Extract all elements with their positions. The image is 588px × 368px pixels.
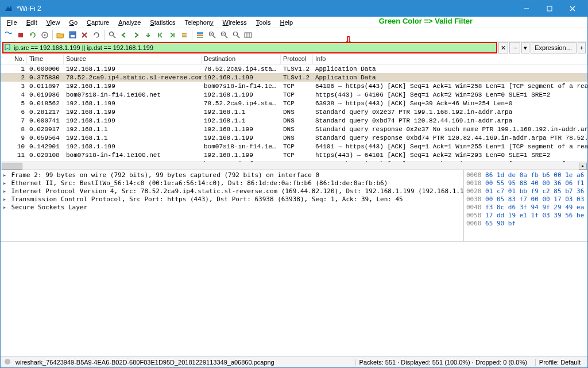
close-file-icon[interactable] bbox=[79, 29, 90, 41]
go-back-icon[interactable] bbox=[118, 29, 130, 41]
capture-options-icon[interactable] bbox=[39, 29, 51, 41]
open-file-icon[interactable] bbox=[55, 29, 66, 41]
window-title: *Wi-Fi 2 bbox=[17, 5, 515, 13]
col-time[interactable]: Time bbox=[27, 55, 64, 64]
filter-history-dropdown[interactable]: ▾ bbox=[521, 42, 529, 53]
profile-label[interactable]: Profile: Default bbox=[535, 359, 584, 366]
colorize-icon[interactable] bbox=[194, 29, 206, 41]
scrollbar-thumb[interactable] bbox=[2, 163, 22, 170]
packets-count-label: Packets: 551 · Displayed: 551 (100.0%) ·… bbox=[355, 359, 531, 366]
packet-details-pane[interactable]: ▸ Frame 2: 99 bytes on wire (792 bits), … bbox=[1, 170, 463, 241]
reload-icon[interactable] bbox=[91, 29, 102, 41]
expression-button[interactable]: Expression… bbox=[531, 42, 576, 53]
zoom-in-icon[interactable] bbox=[206, 29, 218, 41]
svg-rect-1 bbox=[547, 6, 552, 11]
jump-to-icon[interactable] bbox=[142, 29, 154, 41]
packet-list-body[interactable]: 10.000000192.168.1.19978.52.2ca9.ip4.sta… bbox=[1, 64, 587, 162]
filter-clear-button[interactable]: ✕ bbox=[498, 42, 508, 53]
col-protocol[interactable]: Protocol bbox=[281, 55, 313, 64]
svg-rect-27 bbox=[245, 33, 252, 37]
app-icon bbox=[4, 4, 13, 13]
menu-edit[interactable]: Edit bbox=[22, 18, 41, 26]
lower-panes: ▸ Frame 2: 99 bytes on wire (792 bits), … bbox=[1, 170, 587, 241]
hex-row[interactable]: 0020 01 c7 01 bb f9 c2 85 b7 36 bbox=[466, 187, 585, 195]
menu-telephony[interactable]: Telephony bbox=[180, 18, 217, 26]
hex-row[interactable]: 0060 65 90 bf bbox=[466, 220, 585, 228]
zoom-reset-icon[interactable] bbox=[230, 29, 242, 41]
ready-icon bbox=[4, 358, 11, 366]
packet-row[interactable]: 70.000741192.168.1.199192.168.1.1DNSStan… bbox=[1, 116, 587, 125]
hex-row[interactable]: 0050 17 dd 19 e1 1f 03 39 56 be bbox=[466, 212, 585, 220]
svg-rect-8 bbox=[71, 35, 75, 37]
menu-help[interactable]: Help bbox=[276, 18, 297, 26]
menu-go[interactable]: Go bbox=[65, 18, 82, 26]
col-info[interactable]: Info bbox=[313, 55, 587, 64]
packet-row[interactable]: 80.020917192.168.1.1192.168.1.199DNSStan… bbox=[1, 125, 587, 133]
display-filter-bar: ✕ → ▾ Expression… + bbox=[1, 42, 587, 55]
detail-row[interactable]: ▸ Frame 2: 99 bytes on wire (792 bits), … bbox=[2, 171, 462, 179]
svg-rect-4 bbox=[18, 33, 23, 37]
auto-scroll-icon[interactable] bbox=[179, 29, 190, 41]
detail-row[interactable]: ▸ Secure Sockets Layer bbox=[2, 204, 462, 212]
svg-line-26 bbox=[237, 36, 239, 38]
menu-wireless[interactable]: Wireless bbox=[219, 18, 251, 26]
packet-row[interactable]: 30.011897192.168.1.199bom07s18-in-f14.1e… bbox=[1, 82, 587, 90]
svg-rect-17 bbox=[197, 37, 203, 38]
packet-row[interactable]: 40.019986bom07s18-in-f14.1e100.net192.16… bbox=[1, 90, 587, 99]
packet-row[interactable]: 90.059564192.168.1.1192.168.1.199DNSStan… bbox=[1, 133, 587, 142]
menu-view[interactable]: View bbox=[42, 18, 64, 26]
zoom-out-icon[interactable] bbox=[218, 29, 230, 41]
menu-analyze[interactable]: Analyze bbox=[114, 18, 145, 26]
save-file-icon[interactable] bbox=[67, 29, 78, 41]
title-bar: *Wi-Fi 2 bbox=[1, 1, 587, 17]
stop-capture-icon[interactable] bbox=[15, 29, 26, 41]
menu-statistics[interactable]: Statistics bbox=[146, 18, 179, 26]
filter-apply-button[interactable]: → bbox=[509, 42, 520, 53]
menu-tools[interactable]: Tools bbox=[252, 18, 275, 26]
capture-file-label: wireshark_76423949-B5A9-4EA6-B02D-680F03… bbox=[16, 359, 351, 366]
menu-file[interactable]: File bbox=[3, 18, 21, 26]
hex-row[interactable]: 0040 f3 8c d6 3f 94 9f 29 49 ea bbox=[466, 204, 585, 212]
menu-capture[interactable]: Capture bbox=[83, 18, 113, 26]
hex-row[interactable]: 0030 00 05 83 f7 00 00 17 03 03 bbox=[466, 195, 585, 204]
empty-area bbox=[1, 241, 587, 356]
detail-row[interactable]: ▸ Transmission Control Protocol, Src Por… bbox=[2, 195, 462, 204]
packet-row[interactable]: 100.142901192.168.1.199bom07s18-in-f14.1… bbox=[1, 142, 587, 151]
svg-point-11 bbox=[109, 32, 113, 36]
resize-columns-icon[interactable] bbox=[242, 29, 254, 41]
minimize-button[interactable] bbox=[515, 1, 538, 17]
go-first-icon[interactable] bbox=[154, 29, 166, 41]
find-packet-icon[interactable] bbox=[106, 29, 118, 41]
svg-point-30 bbox=[5, 359, 10, 365]
go-last-icon[interactable] bbox=[167, 29, 178, 41]
detail-row[interactable]: ▸ Ethernet II, Src: BestItWo_56:14:c0 (0… bbox=[2, 179, 462, 187]
packet-row[interactable]: 10.000000192.168.1.19978.52.2ca9.ip4.sta… bbox=[1, 64, 587, 73]
detail-row[interactable]: ▸ Internet Protocol Version 4, Src: 78.5… bbox=[2, 187, 462, 195]
add-filter-button[interactable]: + bbox=[578, 42, 586, 53]
packet-row[interactable]: 20.37583078.52.2ca9.ip4.static.sl-revers… bbox=[1, 73, 587, 82]
scroll-right-icon[interactable]: ▸ bbox=[579, 163, 587, 170]
hex-row[interactable]: 0000 86 1d de 0a fb b6 00 1e a6 bbox=[466, 171, 585, 179]
maximize-button[interactable] bbox=[538, 1, 561, 17]
packet-row[interactable]: 50.018562192.168.1.19978.52.2ca9.ip4.sta… bbox=[1, 99, 587, 108]
packet-row[interactable]: 110.020108bom07s18-in-f14.1e100.net192.1… bbox=[1, 151, 587, 159]
close-button[interactable] bbox=[561, 1, 584, 17]
packet-list-pane: No. Time Source Destination Protocol Inf… bbox=[1, 55, 587, 170]
packet-bytes-pane[interactable]: 0000 86 1d de 0a fb b6 00 1e a60010 00 5… bbox=[463, 170, 587, 241]
start-capture-icon[interactable] bbox=[3, 29, 14, 41]
svg-line-19 bbox=[213, 36, 215, 38]
bookmark-filter-icon[interactable] bbox=[5, 44, 11, 52]
packet-list-header: No. Time Source Destination Protocol Inf… bbox=[1, 55, 587, 64]
filter-input[interactable] bbox=[6, 44, 486, 51]
packet-row[interactable]: 60.281217192.168.1.199192.168.1.1DNSStan… bbox=[1, 108, 587, 116]
horizontal-scrollbar[interactable]: ▸ bbox=[1, 162, 587, 170]
restart-capture-icon[interactable] bbox=[27, 29, 38, 41]
go-forward-icon[interactable] bbox=[130, 29, 142, 41]
svg-point-25 bbox=[233, 32, 237, 36]
col-destination[interactable]: Destination bbox=[202, 55, 281, 64]
svg-line-12 bbox=[113, 36, 115, 38]
col-no[interactable]: No. bbox=[1, 55, 27, 64]
col-source[interactable]: Source bbox=[64, 55, 202, 64]
hex-row[interactable]: 0010 00 55 95 88 40 00 36 06 f1 bbox=[466, 179, 585, 187]
main-toolbar: ⇩ bbox=[1, 28, 587, 42]
